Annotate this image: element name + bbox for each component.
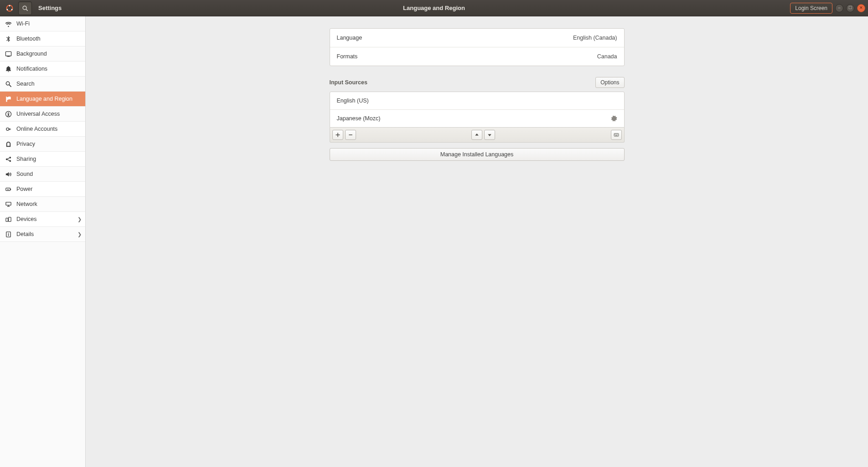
- universal-access-icon: [5, 110, 12, 118]
- svg-rect-7: [7, 56, 10, 56]
- sidebar-item-label: Details: [16, 231, 34, 237]
- sidebar-item-details[interactable]: Details ❯: [0, 227, 85, 242]
- svg-point-11: [8, 112, 9, 113]
- language-row[interactable]: Language English (Canada): [330, 29, 624, 47]
- svg-point-15: [9, 160, 11, 162]
- svg-rect-17: [10, 189, 10, 190]
- input-source-row[interactable]: Japanese (Mozc): [330, 109, 624, 127]
- sidebar-item-label: Online Accounts: [16, 126, 57, 132]
- chevron-right-icon: ❯: [78, 216, 82, 222]
- sidebar-item-label: Privacy: [16, 141, 35, 147]
- manage-installed-languages-button[interactable]: Manage Installed Languages: [330, 148, 625, 161]
- sidebar-item-universal-access[interactable]: Universal Access: [0, 107, 85, 122]
- sidebar-item-label: Devices: [16, 216, 36, 222]
- svg-line-9: [9, 85, 11, 87]
- input-sources-toolbar: [330, 128, 625, 143]
- svg-rect-24: [8, 233, 9, 234]
- power-icon: [5, 185, 12, 193]
- sidebar-item-sound[interactable]: Sound: [0, 167, 85, 182]
- svg-rect-21: [5, 218, 8, 221]
- input-sources-title: Input Sources: [330, 79, 367, 86]
- sidebar-item-background[interactable]: Background: [0, 46, 85, 62]
- background-icon: [5, 50, 12, 57]
- content: Language English (Canada) Formats Canada…: [86, 16, 868, 467]
- svg-rect-25: [8, 234, 9, 236]
- search-button[interactable]: [18, 1, 32, 15]
- sidebar-item-power[interactable]: Power: [0, 182, 85, 197]
- wifi-icon: [5, 20, 12, 27]
- sidebar-item-label: Sharing: [16, 156, 36, 162]
- flag-icon: [5, 95, 12, 103]
- privacy-icon: [5, 140, 12, 148]
- sidebar-item-devices[interactable]: Devices ❯: [0, 212, 85, 227]
- sidebar-item-wifi[interactable]: Wi-Fi: [0, 16, 85, 31]
- chevron-right-icon: ❯: [78, 231, 82, 237]
- svg-line-5: [26, 9, 27, 10]
- sound-icon: [5, 170, 12, 178]
- svg-rect-32: [617, 134, 618, 135]
- language-value: English (Canada): [573, 35, 617, 41]
- search-icon: [5, 80, 12, 87]
- svg-rect-6: [5, 51, 11, 56]
- svg-rect-29: [615, 134, 615, 135]
- sidebar-item-label: Network: [16, 201, 37, 207]
- sidebar-item-label: Sound: [16, 171, 33, 177]
- login-screen-button[interactable]: Login Screen: [790, 3, 832, 14]
- sidebar-item-label: Wi-Fi: [16, 21, 30, 27]
- sidebar-item-notifications[interactable]: Notifications: [0, 62, 85, 77]
- page-title: Language and Region: [0, 5, 868, 11]
- window-minimize-button[interactable]: –: [835, 4, 843, 12]
- add-input-source-button[interactable]: [332, 130, 343, 140]
- svg-point-13: [5, 158, 7, 160]
- svg-rect-30: [616, 134, 616, 135]
- app-icon: [3, 1, 16, 15]
- titlebar: Settings Language and Region Login Scree…: [0, 0, 868, 16]
- formats-label: Formats: [337, 53, 358, 60]
- window-maximize-button[interactable]: ☐: [846, 4, 854, 12]
- titlebar-right: Login Screen – ☐ ✕: [790, 3, 868, 14]
- sidebar-item-label: Language and Region: [16, 96, 72, 102]
- notifications-icon: [5, 65, 12, 72]
- move-down-button[interactable]: [484, 130, 495, 140]
- svg-rect-33: [615, 135, 617, 136]
- input-sources-list: English (US) Japanese (Mozc): [330, 92, 625, 128]
- svg-rect-31: [616, 134, 617, 135]
- sidebar-item-label: Background: [16, 51, 47, 57]
- formats-value: Canada: [597, 53, 617, 60]
- devices-icon: [5, 216, 12, 223]
- svg-rect-28: [615, 134, 615, 135]
- sidebar-item-label: Power: [16, 186, 32, 192]
- move-up-button[interactable]: [471, 130, 482, 140]
- sidebar-item-privacy[interactable]: Privacy: [0, 137, 85, 152]
- svg-rect-18: [5, 202, 10, 205]
- svg-rect-19: [7, 206, 10, 206]
- sidebar-item-search[interactable]: Search: [0, 77, 85, 92]
- panel: Language English (Canada) Formats Canada…: [330, 28, 625, 161]
- sidebar: Wi-Fi Bluetooth Background Notifications…: [0, 16, 86, 467]
- sidebar-item-label: Notifications: [16, 66, 47, 72]
- input-source-row[interactable]: English (US): [330, 92, 624, 109]
- language-label: Language: [337, 35, 362, 41]
- sidebar-item-bluetooth[interactable]: Bluetooth: [0, 31, 85, 46]
- show-keyboard-layout-button[interactable]: [611, 130, 622, 140]
- svg-point-2: [11, 9, 13, 10]
- settings-icon[interactable]: [611, 115, 617, 122]
- titlebar-left: Settings: [0, 0, 62, 16]
- svg-rect-22: [8, 217, 11, 221]
- svg-rect-27: [614, 133, 619, 136]
- sidebar-item-language-and-region[interactable]: Language and Region: [0, 92, 85, 107]
- options-button[interactable]: Options: [595, 77, 624, 88]
- app-title: Settings: [38, 5, 62, 11]
- formats-row[interactable]: Formats Canada: [330, 47, 624, 66]
- language-formats-card: Language English (Canada) Formats Canada: [330, 28, 625, 66]
- input-source-label: English (US): [337, 98, 369, 104]
- window-close-button[interactable]: ✕: [857, 4, 865, 12]
- sidebar-item-sharing[interactable]: Sharing: [0, 152, 85, 167]
- remove-input-source-button[interactable]: [345, 130, 356, 140]
- sharing-icon: [5, 155, 12, 163]
- input-source-label: Japanese (Mozc): [337, 115, 381, 122]
- details-icon: [5, 231, 12, 238]
- sidebar-item-network[interactable]: Network: [0, 197, 85, 212]
- shell: Wi-Fi Bluetooth Background Notifications…: [0, 16, 868, 467]
- sidebar-item-online-accounts[interactable]: Online Accounts: [0, 122, 85, 137]
